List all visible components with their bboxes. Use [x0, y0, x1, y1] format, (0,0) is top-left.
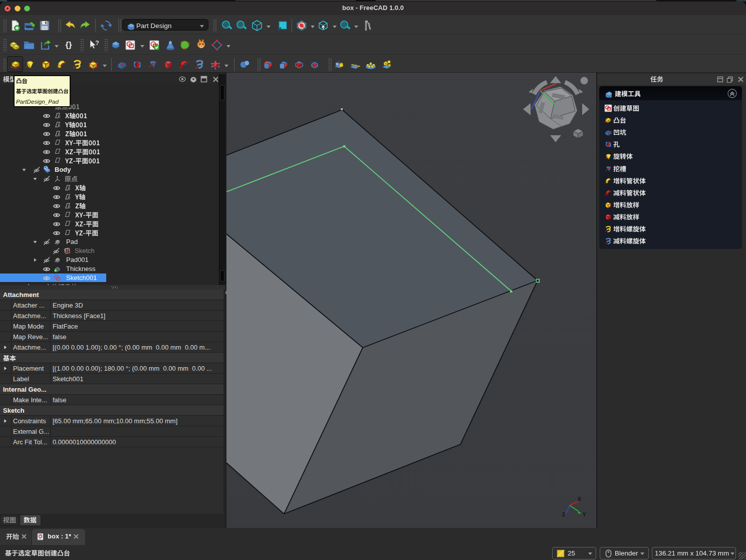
svg-text:Z: Z — [562, 512, 565, 517]
svg-text:?: ? — [95, 39, 99, 47]
svg-text:{}: {} — [65, 40, 72, 50]
svg-text:X: X — [578, 496, 581, 502]
svg-text:Y: Y — [583, 512, 586, 517]
